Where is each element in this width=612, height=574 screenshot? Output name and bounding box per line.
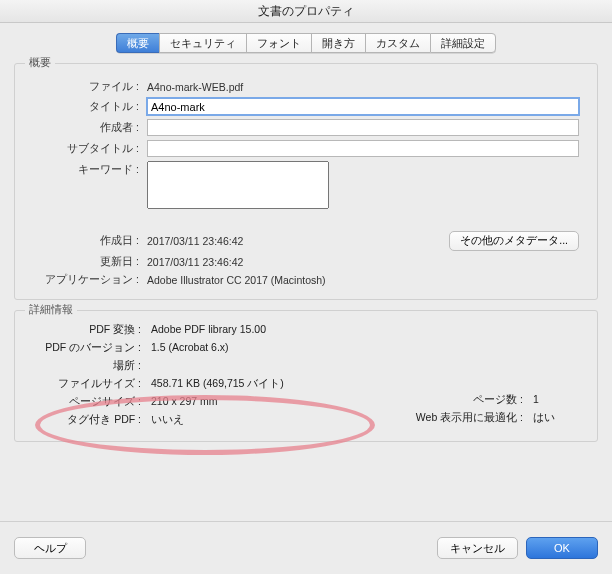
help-button[interactable]: ヘルプ bbox=[14, 537, 86, 559]
label-filesize: ファイルサイズ : bbox=[25, 377, 151, 391]
value-pdf-ver: 1.5 (Acrobat 6.x) bbox=[151, 341, 587, 355]
content-area: 概要 セキュリティ フォント 開き方 カスタム 詳細設定 概要 ファイル : A… bbox=[0, 23, 612, 521]
label-created: 作成日 : bbox=[33, 234, 147, 248]
label-subtitle: サブタイトル : bbox=[33, 142, 147, 156]
label-keywords: キーワード : bbox=[33, 161, 147, 177]
other-metadata-button[interactable]: その他のメタデータ... bbox=[449, 231, 579, 251]
label-title: タイトル : bbox=[33, 100, 147, 114]
tab-openmode[interactable]: 開き方 bbox=[311, 33, 365, 53]
tab-advanced[interactable]: 詳細設定 bbox=[430, 33, 496, 53]
tab-security[interactable]: セキュリティ bbox=[159, 33, 246, 53]
label-location: 場所 : bbox=[25, 359, 151, 373]
label-pagesize: ページサイズ : bbox=[25, 395, 151, 409]
value-location bbox=[151, 359, 587, 373]
value-created: 2017/03/11 23:46:42 bbox=[147, 235, 449, 247]
properties-window: 文書のプロパティ 概要 セキュリティ フォント 開き方 カスタム 詳細設定 概要… bbox=[0, 0, 612, 574]
label-pdf-ver: PDF のバージョン : bbox=[25, 341, 151, 355]
value-file: A4no-mark-WEB.pdf bbox=[147, 81, 579, 93]
label-author: 作成者 : bbox=[33, 121, 147, 135]
value-fastweb: はい bbox=[533, 411, 573, 425]
label-tagged: タグ付き PDF : bbox=[25, 413, 151, 427]
input-author[interactable] bbox=[147, 119, 579, 136]
label-updated: 更新日 : bbox=[33, 255, 147, 269]
label-file: ファイル : bbox=[33, 80, 147, 94]
tab-custom[interactable]: カスタム bbox=[365, 33, 430, 53]
label-pdf-conv: PDF 変換 : bbox=[25, 323, 151, 337]
input-title[interactable] bbox=[147, 98, 579, 115]
value-app: Adobe Illustrator CC 2017 (Macintosh) bbox=[147, 274, 579, 286]
footer: ヘルプ キャンセル OK bbox=[0, 521, 612, 574]
value-pdf-conv: Adobe PDF library 15.00 bbox=[151, 323, 587, 337]
window-title: 文書のプロパティ bbox=[258, 4, 354, 18]
value-pagecount: 1 bbox=[533, 393, 573, 407]
label-pagecount: ページ数 : bbox=[473, 393, 533, 407]
ok-button[interactable]: OK bbox=[526, 537, 598, 559]
value-filesize: 458.71 KB (469,715 バイト) bbox=[151, 377, 587, 391]
details-group: 詳細情報 PDF 変換 : Adobe PDF library 15.00 PD… bbox=[14, 310, 598, 442]
value-updated: 2017/03/11 23:46:42 bbox=[147, 256, 579, 268]
summary-group-title: 概要 bbox=[25, 56, 55, 70]
tab-group: 概要 セキュリティ フォント 開き方 カスタム 詳細設定 bbox=[116, 33, 496, 53]
tabs: 概要 セキュリティ フォント 開き方 カスタム 詳細設定 bbox=[14, 33, 598, 53]
label-app: アプリケーション : bbox=[33, 273, 147, 287]
window-titlebar: 文書のプロパティ bbox=[0, 0, 612, 23]
tab-summary[interactable]: 概要 bbox=[116, 33, 159, 53]
cancel-button[interactable]: キャンセル bbox=[437, 537, 518, 559]
input-subtitle[interactable] bbox=[147, 140, 579, 157]
label-fastweb: Web 表示用に最適化 : bbox=[416, 411, 533, 425]
summary-group: 概要 ファイル : A4no-mark-WEB.pdf タイトル : 作成者 :… bbox=[14, 63, 598, 300]
tab-fonts[interactable]: フォント bbox=[246, 33, 311, 53]
input-keywords[interactable] bbox=[147, 161, 329, 209]
